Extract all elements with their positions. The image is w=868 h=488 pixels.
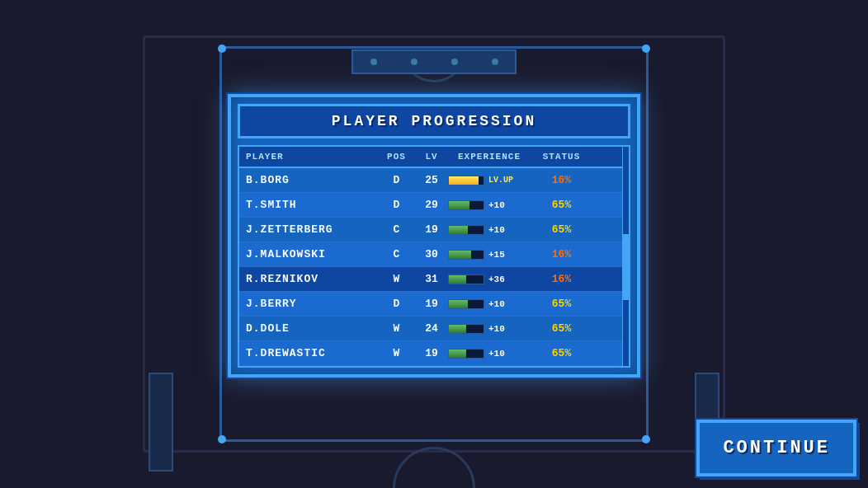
player-table: PLAYER POS LV EXPERIENCE STATUS B.BORG D… xyxy=(238,145,630,368)
table-row: J.MALKOWSKI C 30 +15 16% xyxy=(239,242,629,267)
cell-level: 19 xyxy=(415,223,448,236)
cell-player-name: D.DOLE xyxy=(246,322,378,335)
exp-bar-fill xyxy=(449,201,469,209)
cell-player-name: B.BORG xyxy=(246,174,378,186)
cell-status: 16% xyxy=(531,174,592,186)
cell-player-name: J.ZETTERBERG xyxy=(246,223,378,236)
table-row: B.BORG D 25 LV.UP 16% xyxy=(239,168,629,193)
exp-label: +10 xyxy=(488,324,505,334)
continue-label: CONTINUE xyxy=(723,438,830,458)
exp-bar-container xyxy=(448,250,484,260)
col-status: STATUS xyxy=(531,152,592,162)
court-center-circle xyxy=(393,447,475,488)
table-row: J.ZETTERBERG C 19 +10 65% xyxy=(239,218,629,242)
exp-label: +10 xyxy=(488,299,505,309)
exp-bar-fill xyxy=(449,275,466,284)
cell-experience: +10 xyxy=(448,299,531,309)
panel-title-bar: PLAYER PROGRESSION xyxy=(238,104,630,138)
cell-level: 29 xyxy=(415,199,448,211)
table-body: B.BORG D 25 LV.UP 16% T.SMITH D 29 +10 6… xyxy=(239,168,629,366)
col-experience: EXPERIENCE xyxy=(448,152,531,162)
cell-experience: +10 xyxy=(448,225,531,235)
table-row: R.REZNIKOV W 31 +36 16% xyxy=(239,267,629,292)
exp-label: LV.UP xyxy=(488,176,513,185)
exp-bar-container xyxy=(448,225,484,235)
exp-label: +10 xyxy=(488,200,505,210)
exp-bar-fill xyxy=(449,226,468,234)
cell-level: 19 xyxy=(415,298,448,310)
cell-pos: W xyxy=(378,273,415,285)
exp-label: +10 xyxy=(488,225,505,235)
cell-pos: W xyxy=(378,322,415,335)
cell-status: 65% xyxy=(531,223,592,236)
cell-player-name: J.MALKOWSKI xyxy=(246,248,378,260)
sb-dot xyxy=(370,59,377,65)
cell-pos: D xyxy=(378,298,415,310)
cell-player-name: J.BERRY xyxy=(246,298,378,310)
sb-dot xyxy=(411,59,417,65)
exp-bar-container xyxy=(448,299,484,309)
cell-experience: +10 xyxy=(448,200,531,210)
cell-status: 65% xyxy=(531,298,592,310)
sb-dot xyxy=(451,59,458,65)
scroll-bar[interactable] xyxy=(622,147,629,366)
cell-level: 24 xyxy=(415,322,448,335)
table-row: J.BERRY D 19 +10 65% xyxy=(239,292,629,317)
cell-status: 16% xyxy=(531,273,592,285)
exp-bar-container xyxy=(448,274,484,284)
cell-player-name: T.SMITH xyxy=(246,199,378,211)
cell-experience: +15 xyxy=(448,250,531,260)
cell-level: 30 xyxy=(415,248,448,260)
sb-dot xyxy=(492,59,498,65)
exp-label: +15 xyxy=(488,250,505,260)
col-pos: POS xyxy=(378,152,415,162)
cell-status: 65% xyxy=(531,347,592,359)
pillar-left xyxy=(149,373,173,472)
exp-bar-fill xyxy=(449,176,479,185)
cell-experience: +10 xyxy=(448,324,531,334)
exp-label: +10 xyxy=(488,349,505,359)
table-row: T.DREWASTIC W 19 +10 65% xyxy=(239,341,629,366)
cell-pos: D xyxy=(378,174,415,186)
scroll-thumb xyxy=(622,234,629,300)
table-row: D.DOLE W 24 +10 65% xyxy=(239,317,629,341)
exp-bar-container xyxy=(448,324,484,334)
col-lv: LV xyxy=(415,152,448,162)
cell-pos: C xyxy=(378,248,415,260)
exp-bar-container xyxy=(448,349,484,359)
exp-label: +36 xyxy=(488,274,505,284)
cell-level: 25 xyxy=(415,174,448,186)
cell-status: 16% xyxy=(531,248,592,260)
cell-level: 19 xyxy=(415,347,448,359)
continue-button[interactable]: CONTINUE xyxy=(696,420,856,476)
cell-experience: LV.UP xyxy=(448,176,531,185)
panel-title: PLAYER PROGRESSION xyxy=(332,113,536,129)
exp-bar-fill xyxy=(449,350,466,358)
table-header: PLAYER POS LV EXPERIENCE STATUS xyxy=(239,147,629,168)
exp-bar-fill xyxy=(449,325,466,333)
exp-bar-fill xyxy=(449,251,471,259)
table-row: T.SMITH D 29 +10 65% xyxy=(239,193,629,218)
cell-pos: D xyxy=(378,199,415,211)
exp-bar-fill xyxy=(449,300,468,308)
cell-experience: +10 xyxy=(448,349,531,359)
cell-experience: +36 xyxy=(448,274,531,284)
cell-status: 65% xyxy=(531,322,592,335)
cell-player-name: R.REZNIKOV xyxy=(246,273,378,285)
col-player: PLAYER xyxy=(246,152,378,162)
cell-pos: C xyxy=(378,223,415,236)
cell-player-name: T.DREWASTIC xyxy=(246,347,378,359)
cell-level: 31 xyxy=(415,273,448,285)
cell-status: 65% xyxy=(531,199,592,211)
exp-bar-container xyxy=(448,176,484,185)
exp-bar-container xyxy=(448,200,484,210)
progression-panel: PLAYER PROGRESSION PLAYER POS LV EXPERIE… xyxy=(228,94,640,378)
scoreboard-top xyxy=(351,49,517,74)
cell-pos: W xyxy=(378,347,415,359)
